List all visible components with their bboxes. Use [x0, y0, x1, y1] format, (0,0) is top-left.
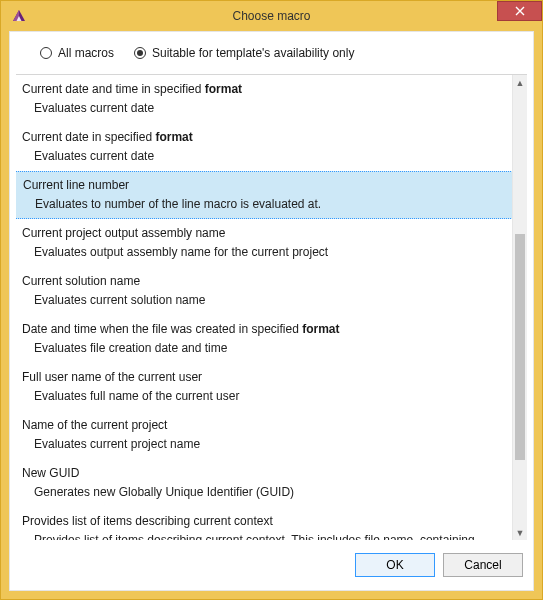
filter-row: All macros Suitable for template's avail…	[10, 32, 533, 74]
titlebar: Choose macro	[1, 1, 542, 31]
radio-icon	[134, 47, 146, 59]
scrollbar-track[interactable]	[513, 90, 527, 525]
macro-list-viewport: Current date and time in specified forma…	[16, 75, 512, 540]
close-button[interactable]	[497, 1, 542, 21]
macro-list-item[interactable]: New GUIDGenerates new Globally Unique Id…	[16, 459, 512, 507]
radio-label: All macros	[58, 46, 114, 60]
app-icon	[11, 8, 27, 24]
macro-item-title: Name of the current project	[22, 415, 506, 434]
cancel-button[interactable]: Cancel	[443, 553, 523, 577]
dialog-title: Choose macro	[1, 9, 542, 23]
macro-item-desc: Generates new Globally Unique Identifier…	[22, 482, 506, 503]
macro-item-title: New GUID	[22, 463, 506, 482]
macro-item-title: Current date and time in specified forma…	[22, 79, 506, 98]
macro-item-title: Provides list of items describing curren…	[22, 511, 506, 530]
macro-list-item[interactable]: Current solution nameEvaluates current s…	[16, 267, 512, 315]
macro-item-desc: Evaluates current date	[22, 146, 506, 167]
macro-item-desc: Evaluates to number of the line macro is…	[23, 194, 505, 215]
macro-item-desc: Evaluates file creation date and time	[22, 338, 506, 359]
radio-label: Suitable for template's availability onl…	[152, 46, 354, 60]
macro-item-title: Full user name of the current user	[22, 367, 506, 386]
macro-item-title: Date and time when the file was created …	[22, 319, 506, 338]
macro-item-title: Current project output assembly name	[22, 223, 506, 242]
macro-list-item[interactable]: Current date and time in specified forma…	[16, 75, 512, 123]
macro-list-item[interactable]: Provides list of items describing curren…	[16, 507, 512, 540]
scroll-down-button[interactable]: ▼	[513, 525, 527, 540]
macro-list-item[interactable]: Date and time when the file was created …	[16, 315, 512, 363]
dialog-button-row: OK Cancel	[10, 540, 533, 590]
scrollbar: ▲ ▼	[512, 75, 527, 540]
macro-item-desc: Provides list of items describing curren…	[22, 530, 506, 540]
dialog-window: Choose macro All macros Suitable for tem…	[0, 0, 543, 600]
radio-suitable-only[interactable]: Suitable for template's availability onl…	[134, 46, 354, 60]
macro-list-item[interactable]: Current date in specified formatEvaluate…	[16, 123, 512, 171]
radio-icon	[40, 47, 52, 59]
macro-item-title: Current line number	[23, 175, 505, 194]
macro-list-item[interactable]: Current line numberEvaluates to number o…	[16, 171, 512, 219]
macro-item-title: Current solution name	[22, 271, 506, 290]
macro-item-desc: Evaluates current date	[22, 98, 506, 119]
scroll-up-button[interactable]: ▲	[513, 75, 527, 90]
macro-item-desc: Evaluates full name of the current user	[22, 386, 506, 407]
close-icon	[515, 6, 525, 16]
macro-item-desc: Evaluates current solution name	[22, 290, 506, 311]
dialog-client-area: All macros Suitable for template's avail…	[9, 31, 534, 591]
macro-list-item[interactable]: Name of the current projectEvaluates cur…	[16, 411, 512, 459]
scrollbar-thumb[interactable]	[515, 234, 525, 460]
macro-item-desc: Evaluates output assembly name for the c…	[22, 242, 506, 263]
macro-list-item[interactable]: Current project output assembly nameEval…	[16, 219, 512, 267]
macro-item-title: Current date in specified format	[22, 127, 506, 146]
radio-all-macros[interactable]: All macros	[40, 46, 114, 60]
macro-list: Current date and time in specified forma…	[16, 74, 527, 540]
ok-button[interactable]: OK	[355, 553, 435, 577]
macro-list-item[interactable]: Full user name of the current userEvalua…	[16, 363, 512, 411]
macro-item-desc: Evaluates current project name	[22, 434, 506, 455]
